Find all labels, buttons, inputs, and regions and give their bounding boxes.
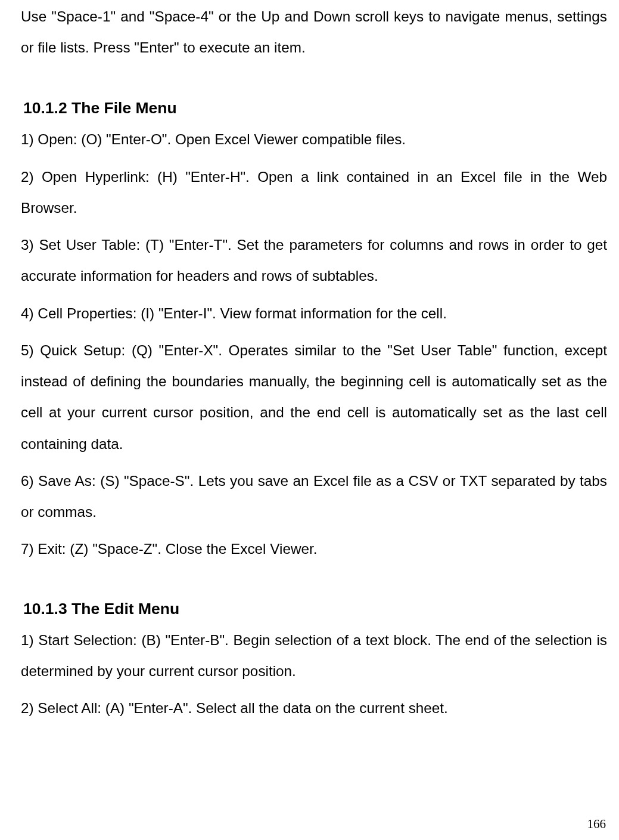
edit-menu-item-1: 1) Start Selection: (B) "Enter-B". Begin… [21,625,607,687]
edit-menu-item-2: 2) Select All: (A) "Enter-A". Select all… [21,693,607,724]
file-menu-item-3: 3) Set User Table: (T) "Enter-T". Set th… [21,230,607,292]
section-heading-edit-menu: 10.1.3 The Edit Menu [23,600,607,618]
file-menu-item-4: 4) Cell Properties: (I) "Enter-I". View … [21,298,607,329]
section-heading-file-menu: 10.1.2 The File Menu [23,99,607,117]
file-menu-item-6: 6) Save As: (S) "Space-S". Lets you save… [21,466,607,528]
document-page: Use "Space-1" and "Space-4" or the Up an… [0,1,619,724]
file-menu-item-2: 2) Open Hyperlink: (H) "Enter-H". Open a… [21,162,607,224]
intro-paragraph: Use "Space-1" and "Space-4" or the Up an… [21,1,607,63]
file-menu-item-5: 5) Quick Setup: (Q) "Enter-X". Operates … [21,335,607,460]
file-menu-item-1: 1) Open: (O) "Enter-O". Open Excel Viewe… [21,124,607,155]
page-number: 166 [587,817,606,832]
file-menu-item-7: 7) Exit: (Z) "Space-Z". Close the Excel … [21,534,607,565]
